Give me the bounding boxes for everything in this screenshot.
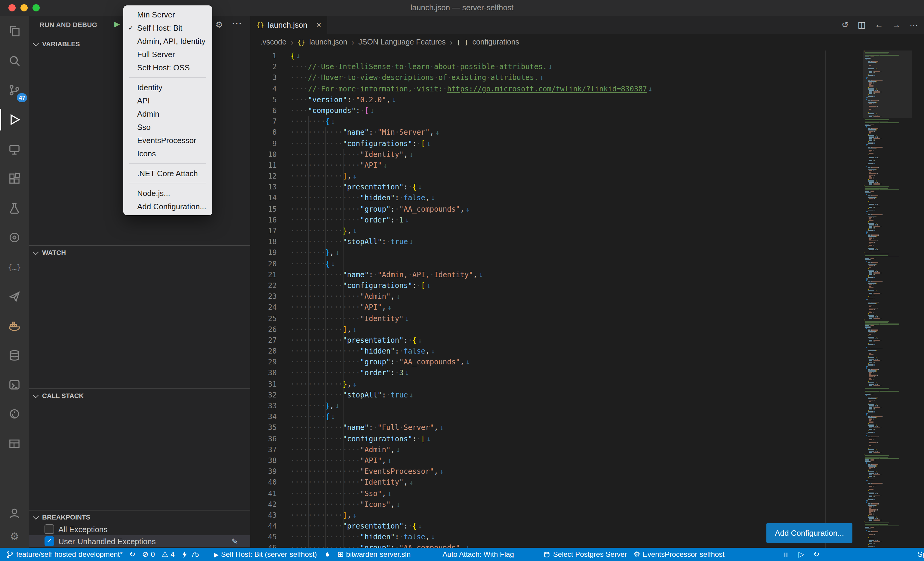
status-item[interactable]: ⚙EventsProcessor-selfhost: [633, 548, 724, 561]
code-line[interactable]: 43············],↓: [250, 510, 924, 521]
code-line[interactable]: 25················"Identity"↓: [250, 313, 924, 324]
code-line[interactable]: 39················"EventsProcessor",↓: [250, 466, 924, 477]
code-line[interactable]: 29················"group":·"AA_compounds…: [250, 357, 924, 368]
timeline-icon[interactable]: ↺: [842, 20, 849, 30]
menu-item[interactable]: Min Server: [123, 8, 212, 21]
code-line[interactable]: 1{↓: [250, 51, 924, 61]
code-line[interactable]: 23················"Admin",↓: [250, 291, 924, 302]
menu-item[interactable]: Sso: [123, 120, 212, 133]
menu-item[interactable]: Node.js...: [123, 186, 212, 200]
search-icon[interactable]: [0, 46, 29, 75]
code-line[interactable]: 10················"Identity",↓: [250, 149, 924, 160]
menu-item[interactable]: Self Host: OSS: [123, 61, 212, 74]
source-control-icon[interactable]: 47: [0, 76, 29, 105]
checkbox[interactable]: ✓: [45, 536, 54, 546]
code-line[interactable]: 36············"configurations":·[↓: [250, 433, 924, 444]
code-line[interactable]: 8············"name":·"Min·Server",↓: [250, 127, 924, 138]
code-line[interactable]: 19········},↓: [250, 247, 924, 258]
code-line[interactable]: 11················"API"↓: [250, 160, 924, 171]
code-line[interactable]: 37················"Admin",↓: [250, 444, 924, 455]
status-item[interactable]: ▶Self Host: Bit (server-selfhost): [214, 548, 317, 561]
code-line[interactable]: 28················"hidden":·false,↓: [250, 346, 924, 356]
code-line[interactable]: 9············"configurations":·[↓: [250, 138, 924, 149]
code-line[interactable]: 27············"presentation":·{↓: [250, 335, 924, 346]
code-line[interactable]: 24················"API",↓: [250, 302, 924, 313]
status-item[interactable]: Auto Attach: With Flag: [442, 548, 514, 561]
status-item[interactable]: feature/self-hosted-development*: [6, 548, 123, 561]
more-actions-icon[interactable]: ···: [910, 20, 918, 30]
menu-item[interactable]: Add Configuration...: [123, 200, 212, 213]
close-tab-icon[interactable]: ×: [316, 20, 321, 30]
code-line[interactable]: 3····//·Hover·to·view·descriptions·of·ex…: [250, 72, 924, 83]
breadcrumb-item[interactable]: configurations: [472, 38, 519, 46]
explorer-icon[interactable]: [0, 17, 29, 46]
postgres-icon[interactable]: [0, 400, 29, 429]
menu-item[interactable]: API: [123, 94, 212, 107]
menu-item[interactable]: Identity: [123, 81, 212, 94]
add-configuration-button[interactable]: Add Configuration...: [766, 523, 852, 543]
section-call-stack[interactable]: CALL STACK: [29, 389, 250, 402]
status-item[interactable]: Spell: [918, 548, 924, 561]
layouts-icon[interactable]: [0, 429, 29, 458]
breakpoint-user-unhandled[interactable]: ✓ User-Unhandled Exceptions ✎: [29, 535, 250, 547]
code-line[interactable]: 7········{↓: [250, 116, 924, 127]
code-editor[interactable]: 1{↓2····//·Use·IntelliSense·to·learn·abo…: [250, 51, 924, 548]
publish-icon[interactable]: [0, 282, 29, 311]
run-and-debug-icon[interactable]: [0, 105, 29, 134]
breadcrumb-item[interactable]: .vscode: [261, 38, 286, 46]
menu-item[interactable]: Admin: [123, 107, 212, 120]
menu-item[interactable]: EventsProcessor: [123, 133, 212, 147]
code-line[interactable]: 34········{↓: [250, 411, 924, 422]
status-item[interactable]: ▷: [798, 548, 804, 561]
status-item[interactable]: Select Postgres Server: [543, 548, 627, 561]
tab-launch-json[interactable]: {} launch.json ×: [250, 16, 327, 34]
edit-breakpoint-icon[interactable]: ✎: [232, 537, 238, 546]
status-item[interactable]: ↻: [129, 548, 136, 561]
breadcrumb-item[interactable]: launch.json: [309, 38, 347, 46]
menu-item[interactable]: Full Server: [123, 48, 212, 61]
section-watch[interactable]: WATCH: [29, 246, 250, 259]
docker-icon[interactable]: [0, 311, 29, 340]
namespace-icon[interactable]: {…}: [0, 253, 29, 281]
section-breakpoints[interactable]: BREAKPOINTS: [29, 510, 250, 524]
status-item[interactable]: ⊘0: [142, 548, 155, 561]
code-line[interactable]: 20········{↓: [250, 258, 924, 269]
debug-more-actions-icon[interactable]: ···: [232, 19, 242, 28]
testing-icon[interactable]: [0, 194, 29, 223]
settings-gear-icon[interactable]: ⚙: [0, 522, 29, 551]
code-line[interactable]: 33········},↓: [250, 401, 924, 411]
code-line[interactable]: 12············],↓: [250, 171, 924, 182]
code-line[interactable]: 6····"compounds":·[↓: [250, 105, 924, 116]
code-line[interactable]: 41················"Sso",↓: [250, 488, 924, 499]
code-line[interactable]: 4····//·For·more·information,·visit:·htt…: [250, 83, 924, 94]
code-line[interactable]: 38················"API",↓: [250, 455, 924, 466]
code-line[interactable]: 15················"group":·"AA_compounds…: [250, 203, 924, 214]
code-line[interactable]: 30················"order":·3↓: [250, 368, 924, 378]
code-line[interactable]: 46················"group":·"AA_compounds…: [250, 543, 924, 548]
status-item[interactable]: ⊞bitwarden-server.sln: [338, 548, 411, 561]
status-item[interactable]: ↻: [813, 548, 820, 561]
remote-explorer-icon[interactable]: [0, 135, 29, 163]
terminal-icon[interactable]: [0, 370, 29, 399]
split-editor-icon[interactable]: ◫: [858, 20, 866, 30]
code-line[interactable]: 13············"presentation":·{↓: [250, 182, 924, 193]
code-line[interactable]: 26············],↓: [250, 324, 924, 335]
launch-settings-gear-icon[interactable]: ⚙: [215, 21, 223, 29]
status-item[interactable]: 75: [182, 548, 199, 561]
menu-item[interactable]: ✓Self Host: Bit: [123, 21, 212, 34]
code-line[interactable]: 2····//·Use·IntelliSense·to·learn·about·…: [250, 61, 924, 72]
code-line[interactable]: 32············"stopAll":·true↓: [250, 390, 924, 401]
menu-item[interactable]: .NET Core Attach: [123, 166, 212, 180]
menu-item[interactable]: Icons: [123, 147, 212, 160]
code-line[interactable]: 21············"name":·"Admin,·API,·Ident…: [250, 269, 924, 280]
status-item[interactable]: ⚠4: [162, 548, 175, 561]
database-icon[interactable]: [0, 341, 29, 370]
extensions-icon[interactable]: [0, 164, 29, 193]
menu-item[interactable]: Admin, API, Identity: [123, 34, 212, 48]
breadcrumb-item[interactable]: JSON Language Features: [358, 38, 446, 46]
status-item[interactable]: [324, 548, 331, 561]
code-line[interactable]: 42················"Icons",↓: [250, 499, 924, 510]
checkbox[interactable]: [45, 524, 54, 534]
code-line[interactable]: 22············"configurations":·[↓: [250, 280, 924, 291]
code-line[interactable]: 16················"order":·1↓: [250, 215, 924, 226]
